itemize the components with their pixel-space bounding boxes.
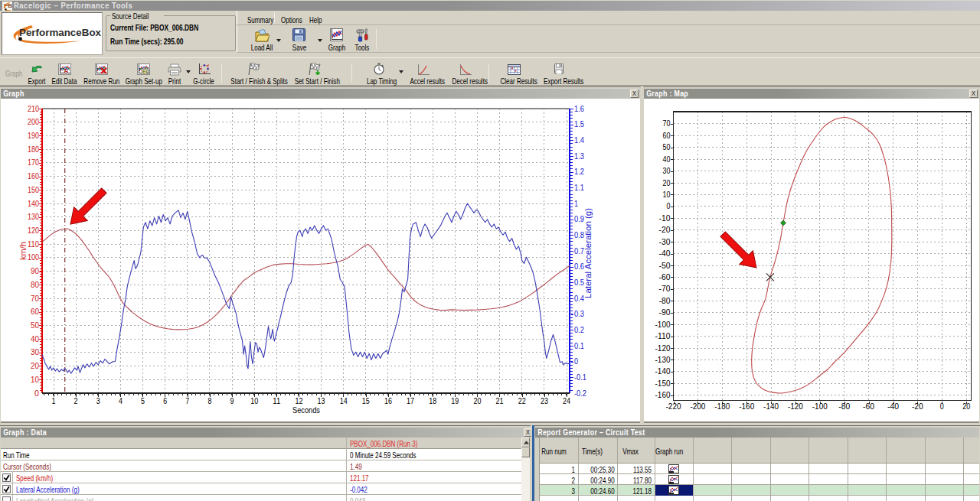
svg-text:150: 150 [28, 185, 39, 194]
svg-text:-120: -120 [655, 343, 671, 353]
svg-text:10: 10 [31, 375, 39, 384]
svg-text:130: 130 [28, 212, 39, 221]
svg-text:0.1: 0.1 [574, 341, 584, 350]
svg-text:-50: -50 [659, 261, 671, 270]
svg-text:1: 1 [574, 199, 578, 208]
svg-text:9: 9 [230, 396, 234, 405]
svg-text:8: 8 [207, 396, 211, 405]
svg-text:-160: -160 [739, 402, 754, 411]
svg-text:140: 140 [28, 199, 39, 208]
svg-text:2: 2 [74, 396, 78, 405]
svg-text:-20: -20 [912, 402, 923, 411]
svg-text:-110: -110 [655, 331, 671, 340]
svg-text:1: 1 [52, 396, 56, 405]
svg-text:18: 18 [429, 396, 436, 405]
svg-text:6: 6 [163, 396, 167, 405]
svg-text:1.2: 1.2 [574, 167, 584, 176]
svg-text:5: 5 [141, 396, 145, 405]
svg-text:4: 4 [119, 396, 122, 405]
svg-text:-80: -80 [838, 402, 850, 411]
svg-text:-180: -180 [714, 402, 730, 411]
svg-text:Lateral Acceleration (g): Lateral Acceleration (g) [583, 208, 593, 298]
svg-text:-60: -60 [659, 272, 671, 281]
svg-text:50: 50 [31, 320, 39, 330]
svg-text:12: 12 [295, 396, 302, 405]
svg-text:160: 160 [28, 171, 39, 181]
svg-text:EU: EU [142, 69, 149, 74]
svg-text:170: 170 [28, 158, 39, 167]
svg-text:1.6: 1.6 [574, 104, 584, 113]
svg-text:40: 40 [663, 155, 671, 164]
svg-text:Seconds: Seconds [292, 405, 320, 415]
svg-text:-30: -30 [659, 237, 671, 246]
svg-text:1.4: 1.4 [574, 135, 584, 145]
svg-text:190: 190 [28, 131, 39, 140]
svg-text:1.3: 1.3 [574, 151, 584, 161]
svg-text:30: 30 [31, 347, 39, 356]
svg-text:-100: -100 [812, 402, 828, 411]
svg-text:80: 80 [31, 280, 39, 289]
svg-text:13: 13 [318, 396, 325, 405]
svg-text:A: A [64, 67, 69, 75]
svg-text:-120: -120 [788, 402, 803, 411]
svg-text:0: 0 [940, 402, 944, 411]
svg-text:21: 21 [496, 396, 504, 405]
svg-text:30: 30 [663, 166, 671, 175]
svg-text:-60: -60 [863, 402, 874, 411]
svg-text:-0.2: -0.2 [574, 389, 586, 398]
svg-text:60: 60 [31, 307, 39, 316]
svg-text:-220: -220 [666, 402, 681, 411]
svg-text:17: 17 [407, 396, 414, 405]
svg-text:20: 20 [474, 396, 482, 405]
svg-text:-0.1: -0.1 [574, 372, 586, 382]
svg-text:15: 15 [362, 396, 370, 405]
svg-text:100: 100 [28, 252, 39, 262]
svg-text:19: 19 [451, 396, 459, 405]
svg-text:60: 60 [663, 131, 671, 140]
svg-text:200: 200 [28, 117, 39, 126]
svg-text:-70: -70 [659, 284, 671, 293]
svg-text:0: 0 [34, 389, 39, 398]
svg-text:3: 3 [96, 396, 100, 405]
svg-text:70: 70 [31, 294, 39, 303]
svg-text:-160: -160 [655, 390, 671, 399]
svg-text:70: 70 [663, 119, 671, 128]
svg-text:-90: -90 [659, 307, 671, 317]
svg-text:20: 20 [962, 402, 970, 411]
svg-text:23: 23 [541, 396, 548, 405]
svg-text:16: 16 [384, 396, 392, 405]
svg-text:1.5: 1.5 [574, 119, 584, 129]
svg-text:-10: -10 [659, 213, 671, 223]
svg-text:km/h: km/h [18, 242, 28, 260]
svg-text:50: 50 [663, 142, 671, 151]
svg-text:PerformanceBox: PerformanceBox [19, 27, 102, 38]
svg-text:110: 110 [28, 239, 39, 249]
svg-text:20: 20 [663, 178, 671, 187]
svg-text:-150: -150 [655, 379, 671, 388]
svg-text:-200: -200 [690, 402, 705, 411]
svg-text:20: 20 [31, 361, 39, 370]
svg-text:90: 90 [31, 266, 39, 275]
svg-text:24: 24 [563, 396, 570, 405]
svg-text:0.3: 0.3 [574, 309, 584, 318]
svg-text:210: 210 [28, 104, 39, 113]
svg-text:0: 0 [574, 356, 578, 366]
svg-text:120: 120 [28, 226, 39, 235]
svg-text:-140: -140 [763, 402, 779, 411]
svg-text:0: 0 [667, 201, 671, 210]
svg-text:14: 14 [340, 396, 348, 405]
svg-text:-140: -140 [655, 366, 671, 376]
svg-text:22: 22 [518, 396, 526, 405]
svg-text:-100: -100 [655, 320, 671, 329]
svg-text:-40: -40 [887, 402, 899, 411]
svg-text:-20: -20 [659, 225, 671, 234]
svg-text:180: 180 [28, 145, 39, 154]
svg-text:0.2: 0.2 [574, 325, 584, 334]
svg-text:10: 10 [663, 190, 671, 199]
svg-text:1.1: 1.1 [574, 183, 584, 192]
svg-text:11: 11 [273, 396, 280, 405]
svg-text:-80: -80 [659, 296, 671, 305]
svg-text:-40: -40 [659, 249, 671, 258]
svg-text:-130: -130 [655, 355, 671, 364]
svg-text:40: 40 [31, 334, 39, 343]
